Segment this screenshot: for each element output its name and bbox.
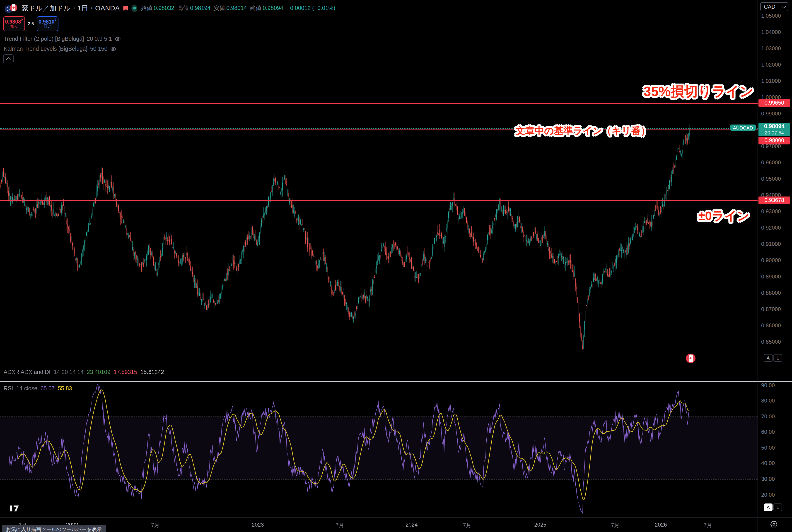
price-line-badge: 0.99650 (758, 99, 790, 107)
time-tick: 2025 (534, 521, 546, 528)
time-tick: 2023 (252, 521, 264, 528)
rsi-value: 65.67 (40, 385, 55, 392)
time-tick: 2024 (406, 521, 418, 528)
price-tick: 0.89000 (761, 273, 781, 280)
annotation-zero-line: ±0ライン (698, 208, 750, 224)
rsi-title: RSI (4, 385, 13, 392)
last-price-value: 0.98094 (758, 123, 790, 130)
rsi-log-scale-button[interactable]: L (773, 504, 782, 511)
price-tick: 0.92000 (761, 225, 781, 231)
rsi-tick: 90.00 (761, 382, 775, 388)
price-axis-separator (758, 0, 758, 532)
adxr-value: 17.59315 (113, 369, 137, 375)
rsi-legend[interactable]: RSI 14 close 65.6755.83 (4, 385, 75, 392)
rsi-tick: 60.00 (761, 429, 775, 435)
price-tick: 1.01000 (761, 78, 781, 84)
price-tick: 0.91000 (761, 241, 781, 247)
price-tick: 0.87000 (761, 306, 781, 312)
adxr-value: 15.61242 (141, 369, 164, 375)
time-tick: 7月 (335, 521, 344, 529)
rsi-auto-scale-button[interactable]: A (764, 504, 773, 511)
price-tick: 0.99000 (761, 111, 781, 117)
price-tick: 1.05000 (761, 13, 781, 19)
stop-loss-line[interactable] (0, 102, 758, 103)
adxr-values: 23.4010917.5931515.61242 (87, 369, 167, 375)
time-tick: 7月 (463, 521, 471, 529)
time-tick: 7月 (611, 521, 619, 529)
main-log-scale-button[interactable]: L (773, 354, 782, 362)
rsi-tick: 40.00 (761, 460, 775, 467)
bar-countdown: 20:07:54 (758, 130, 790, 136)
chevron-down-icon (781, 4, 786, 8)
adxr-params: 14 20 14 14 (54, 369, 84, 375)
time-axis-separator (0, 517, 792, 517)
gear-icon[interactable] (770, 520, 778, 528)
annotation-base-line: 文章中の基準ライン（キリ番） (516, 125, 650, 137)
rsi-tick: 30.00 (761, 476, 775, 482)
currency-selector[interactable]: CAD (760, 2, 788, 11)
last-price-badge: 0.9809420:07:54 (758, 122, 790, 136)
currency-label: CAD (764, 4, 775, 10)
candlestick-chart[interactable] (0, 0, 758, 532)
canada-flag-marker-icon[interactable] (686, 354, 696, 363)
price-line-badge: 0.98000 (758, 137, 790, 145)
tradingview-logo-icon[interactable] (9, 504, 21, 513)
trading-chart-window: 豪ドル／加ドル・1日・OANDA 始値0.98032高値0.98194安値0.9… (0, 0, 792, 532)
price-tick: 0.93000 (761, 208, 781, 215)
main-auto-scale-button[interactable]: A (764, 354, 773, 362)
rsi-tick: 20.00 (761, 492, 775, 498)
rsi-params: 14 close (16, 385, 37, 392)
adxr-value: 23.40109 (87, 369, 110, 375)
rsi-tick: 80.00 (761, 398, 775, 404)
rsi-value: 55.83 (58, 385, 72, 392)
zero-base-line[interactable] (0, 200, 758, 201)
price-line-badge: 0.93678 (758, 196, 790, 204)
time-tick: 7月 (151, 521, 160, 529)
pane-divider-main[interactable] (0, 366, 792, 366)
price-tick: 1.02000 (761, 61, 781, 68)
price-tick: 0.88000 (761, 290, 781, 296)
pane-divider-adxr[interactable] (0, 381, 792, 382)
symbol-price-flag: AUDCAD (730, 124, 756, 131)
price-tick: 0.95000 (761, 176, 781, 182)
time-tick: 2026 (655, 521, 667, 528)
adxr-legend[interactable]: ADXR ADX and DI 14 20 14 14 23.4010917.5… (4, 369, 167, 375)
price-tick: 0.90000 (761, 257, 781, 264)
drawing-toolbar-tooltip: お気に入り描画ツールのツールバーを表示 (2, 525, 106, 532)
price-tick: 1.04000 (761, 29, 781, 35)
rsi-tick: 70.00 (761, 413, 775, 419)
price-tick: 0.85000 (761, 339, 781, 345)
time-tick: 7月 (704, 521, 712, 529)
annotation-stop-loss: 35%損切りライン (643, 82, 754, 101)
price-tick: 0.96000 (761, 159, 781, 166)
rsi-values: 65.6755.83 (40, 385, 75, 392)
price-tick: 0.86000 (761, 322, 781, 329)
rsi-tick: 50.00 (761, 444, 775, 451)
price-tick: 1.03000 (761, 45, 781, 52)
adxr-title: ADXR ADX and DI (4, 369, 51, 375)
